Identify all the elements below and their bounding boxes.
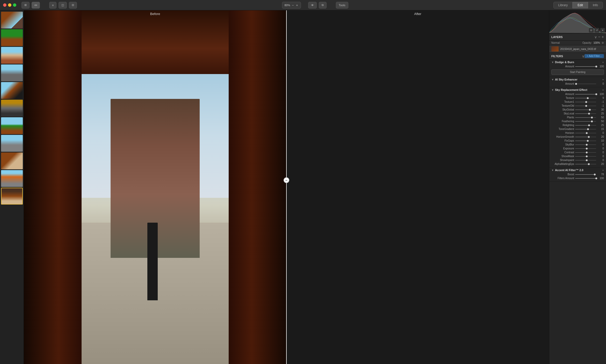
layers-minus-button[interactable]: − [598,35,600,39]
texture1-value: -1 [597,100,604,103]
tab-info[interactable]: Info [588,2,603,9]
list-item-selected[interactable] [1,188,23,205]
accent-ai-header[interactable]: ▼ Accent AI Filter™ 2.0 ● [551,169,604,172]
tonegradient-slider[interactable] [575,129,596,129]
tools-button[interactable]: Tools [336,2,348,9]
list-item[interactable] [1,64,23,81]
close-button[interactable] [3,3,6,7]
compare-view-button[interactable]: ◫ [59,2,67,9]
skyglobal-slider[interactable] [575,110,596,110]
ai-sky-title: AI Sky Enhancer [555,78,601,81]
textureold-row: TextureOld -1 [551,104,604,107]
layers-collapse-button[interactable]: ∨ [594,35,597,39]
dodge-burn-amount-value: 100 [597,65,604,68]
feathering-slider[interactable] [575,121,596,122]
ai-sky-check: ● [602,78,604,81]
dodge-burn-check: ● [602,61,604,64]
skylocal-label: SkyLocal [551,112,574,115]
showinpaint-slider[interactable] [575,160,596,161]
tab-library[interactable]: Library [553,2,573,9]
zoom-level: 80% [284,4,290,7]
image-compare[interactable]: ◂▸ [24,10,549,364]
showmask-slider[interactable] [575,156,596,157]
histogram-area: ⊟ ↺ ▾ [549,10,606,34]
ai-sky-arrow: ▼ [551,78,554,81]
list-item[interactable] [1,100,23,117]
filters-amount-row: Filters Amount 100 [551,177,604,180]
compare-handle[interactable]: ◂▸ [284,177,289,183]
dodge-burn-header[interactable]: ▼ Dodge & Burn ● [551,61,604,64]
histogram-icon-3[interactable]: ▾ [600,28,605,33]
list-item[interactable] [1,152,23,169]
feathering-value: 50 [597,120,604,123]
list-item[interactable] [1,170,23,187]
horizonsmooth-slider[interactable] [575,137,596,137]
minimize-button[interactable] [8,3,11,7]
filters-collapse-button[interactable]: ∨ [582,54,585,58]
filters-amount-slider[interactable] [575,178,596,179]
skylocal-value: 25 [597,112,604,115]
maximize-button[interactable] [13,3,16,7]
zoom-out-button[interactable]: − [291,3,294,7]
list-item[interactable] [1,29,23,46]
compare-toggle-button[interactable]: ⧉ [319,2,327,9]
histogram-icon-2[interactable]: ↺ [595,28,599,33]
list-item[interactable] [1,135,23,152]
alphamattingeps-slider[interactable] [575,164,596,164]
relighting-value: 25 [597,124,604,127]
feathering-label: Feathering [551,120,574,123]
texture1-label: Texture1 [551,100,574,103]
list-item[interactable] [1,12,23,28]
layers-section-header: LAYERS ∨ − + [549,34,606,41]
showmask-row: ShowMask 0 [551,155,604,158]
sky-amount-slider[interactable] [575,94,596,94]
skyblur-slider[interactable] [575,144,596,145]
layer-item[interactable]: 20150418_japan_nara_0433.tif [549,45,606,53]
filters-section-header: FILTERS ∨ + Add Filter... [549,53,606,60]
zoom-in-button[interactable]: + [295,3,299,7]
side-by-side-button[interactable]: ⊟ [69,2,77,9]
exposure-value: 0 [597,147,604,150]
start-painting-button[interactable]: Start Painting [551,69,604,75]
add-filter-button[interactable]: + Add Filter... [585,54,604,58]
dodge-burn-amount-slider[interactable] [575,66,596,67]
tab-edit[interactable]: Edit [573,2,588,9]
contrast-slider[interactable] [575,152,596,153]
canvas-area: Before After [24,10,549,364]
layers-plus-button[interactable]: + [602,35,604,39]
relighting-slider[interactable] [575,125,596,126]
fixgaps-slider[interactable] [575,141,596,141]
dodge-burn-arrow: ▼ [551,61,554,64]
view-option-1[interactable]: ≡ [49,2,56,9]
opacity-settings-button[interactable]: ⚙ [602,41,604,44]
sky-amount-value: 100 [597,93,604,96]
plants-slider[interactable] [575,117,596,118]
exposure-slider[interactable] [575,148,596,149]
horizon-label: Horizon [551,132,574,134]
list-item[interactable] [1,47,23,64]
histogram-icon-1[interactable]: ⊟ [589,28,594,33]
preview-button[interactable]: 👁 [308,2,317,9]
ai-sky-header[interactable]: ▼ AI Sky Enhancer ● [551,78,604,81]
horizon-slider[interactable] [575,133,596,133]
skylocal-slider[interactable] [575,113,596,114]
horizonsmooth-value: 20 [597,135,604,138]
ai-sky-amount-row: Amount 0 [551,82,604,85]
horizon-row: Horizon 0 [551,131,604,135]
texture-row: Texture 9 [551,96,604,100]
thumbnail-strip [0,10,24,364]
exposure-row: Exposure 0 [551,147,604,150]
texture-slider[interactable] [575,98,596,98]
textureold-slider[interactable] [575,106,596,106]
ai-sky-amount-slider[interactable] [575,84,596,84]
boost-slider[interactable] [575,174,596,175]
skyblur-value: 0 [597,143,604,146]
single-view-button[interactable]: ▭ [32,2,40,9]
texture1-slider[interactable] [575,102,596,102]
list-item[interactable] [1,82,23,99]
grid-view-button[interactable]: ⊞ [21,2,30,9]
showmask-value: 0 [597,155,604,158]
sky-replacement-header[interactable]: ▼ Sky Replacement Effect ● [551,88,604,91]
list-item[interactable] [1,117,23,134]
filters-amount-label: Filters Amount [551,177,574,180]
